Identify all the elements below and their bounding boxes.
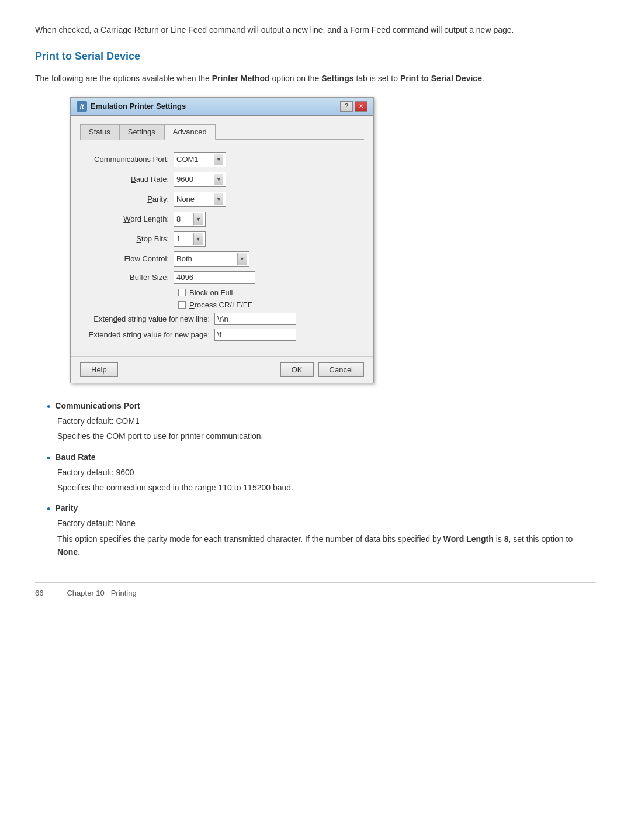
intro-paragraph: When checked, a Carriage Return or Line … xyxy=(35,23,596,36)
section-intro-text2: option on the xyxy=(270,74,322,83)
dialog-help-button[interactable]: ? xyxy=(340,101,353,112)
ext-newpage-input[interactable]: \f xyxy=(214,329,296,341)
comm-port-row: Communications Port: COM1 ▼ xyxy=(80,152,364,167)
bullet-dot-parity: • xyxy=(47,504,50,514)
ext-newline-value: \r\n xyxy=(217,314,228,323)
parity-row: Parity: None ▼ xyxy=(80,192,364,207)
bullet-parity-body: Factory default: None This option specif… xyxy=(47,517,596,558)
stop-bits-dropdown-arrow[interactable]: ▼ xyxy=(193,233,203,245)
dialog-content: Status Settings Advanced Communications … xyxy=(71,116,373,356)
cancel-button[interactable]: Cancel xyxy=(318,362,364,377)
page-number: 66 xyxy=(35,589,43,597)
ok-label-rest: K xyxy=(297,365,303,374)
section-title: Print to Serial Device xyxy=(35,50,596,63)
emulation-printer-dialog: it Emulation Printer Settings ? ✕ Status… xyxy=(70,97,374,383)
comm-port-label: Communications Port: xyxy=(80,155,174,164)
ok-underline: O xyxy=(292,365,297,374)
bullet-baud-rate-header: • Baud Rate xyxy=(47,452,596,464)
tab-settings[interactable]: Settings xyxy=(119,124,164,140)
page-footer: 66 Chapter 10 Printing xyxy=(35,582,596,597)
parity-line2-p1: This option specifies the parity mode fo… xyxy=(57,534,443,544)
section-intro: The following are the options available … xyxy=(35,72,596,85)
word-length-dropdown-arrow[interactable]: ▼ xyxy=(193,213,203,225)
word-length-label: Word Length: xyxy=(80,215,174,223)
titlebar-left: it Emulation Printer Settings xyxy=(77,101,186,112)
bullet-dot-comm-port: • xyxy=(47,402,50,412)
flow-control-select[interactable]: Both ▼ xyxy=(174,251,249,267)
ext-newpage-label: Extended string value for new page: xyxy=(80,330,214,339)
process-cr-checkbox[interactable] xyxy=(178,301,186,309)
bullet-comm-port: • Communications Port Factory default: C… xyxy=(35,401,596,443)
dialog-title: Emulation Printer Settings xyxy=(91,102,186,110)
process-cr-row: Process CR/LF/FF xyxy=(178,300,364,309)
parity-line2-p2: is xyxy=(494,534,504,544)
baud-rate-row: Baud Rate: 9600 ▼ xyxy=(80,172,364,187)
buffer-size-input[interactable]: 4096 xyxy=(174,271,255,284)
baud-rate-dropdown-arrow[interactable]: ▼ xyxy=(214,174,223,185)
parity-line2-p3: , set this option to xyxy=(508,534,573,544)
stop-bits-value: 1 xyxy=(176,234,193,243)
stop-bits-row: Stop Bits: 1 ▼ xyxy=(80,231,364,247)
bullet-parity-line2: This option specifies the parity mode fo… xyxy=(57,533,596,559)
comm-port-value: COM1 xyxy=(176,155,214,164)
ext-newline-label: Extended string value for new line: xyxy=(80,314,214,323)
block-on-full-checkbox[interactable] xyxy=(178,289,186,296)
tab-advanced[interactable]: Advanced xyxy=(164,124,216,140)
word-length-select[interactable]: 8 ▼ xyxy=(174,212,206,227)
dialog-wrapper: it Emulation Printer Settings ? ✕ Status… xyxy=(70,97,374,383)
bullet-comm-port-line1: Factory default: COM1 xyxy=(57,414,596,427)
block-on-full-row: Block on Full xyxy=(178,288,364,297)
comm-port-select[interactable]: COM1 ▼ xyxy=(174,152,226,167)
baud-rate-select[interactable]: 9600 ▼ xyxy=(174,172,226,187)
dialog-tabs: Status Settings Advanced xyxy=(80,123,364,140)
bullet-parity-line1: Factory default: None xyxy=(57,517,596,530)
stop-bits-select[interactable]: 1 ▼ xyxy=(174,231,206,247)
chapter-title: Printing xyxy=(111,589,137,597)
dialog-close-button[interactable]: ✕ xyxy=(355,101,367,112)
app-icon-text: it xyxy=(80,103,84,110)
parity-value: None xyxy=(176,195,214,203)
bullet-comm-port-title: Communications Port xyxy=(55,401,140,410)
buffer-size-value: 4096 xyxy=(176,273,193,282)
bullet-baud-rate-body: Factory default: 9600 Specifies the conn… xyxy=(47,466,596,495)
baud-rate-label: Baud Rate: xyxy=(80,175,174,184)
buffer-size-label: Buffer Size: xyxy=(80,273,174,282)
comm-port-dropdown-arrow[interactable]: ▼ xyxy=(214,154,223,165)
bullet-parity-title: Parity xyxy=(55,503,78,513)
cancel-label: Cancel xyxy=(330,365,353,374)
help-button[interactable]: Help xyxy=(80,362,118,377)
help-label-rest: elp xyxy=(96,365,106,374)
parity-dropdown-arrow[interactable]: ▼ xyxy=(214,193,223,205)
bullet-baud-rate-title: Baud Rate xyxy=(55,452,95,462)
bullet-parity-header: • Parity xyxy=(47,503,596,514)
chapter-info: Chapter 10 Printing xyxy=(67,589,136,597)
ext-newpage-row: Extended string value for new page: \f xyxy=(80,329,364,341)
dialog-window-controls: ? ✕ xyxy=(340,101,367,112)
bullet-parity: • Parity Factory default: None This opti… xyxy=(35,503,596,558)
footer-right-buttons: OK Cancel xyxy=(280,362,364,377)
tab-status[interactable]: Status xyxy=(80,124,119,140)
stop-bits-label: Stop Bits: xyxy=(80,234,174,243)
dialog-app-icon: it xyxy=(77,101,87,112)
bullet-comm-port-body: Factory default: COM1 Specifies the COM … xyxy=(47,414,596,443)
baud-rate-value: 9600 xyxy=(176,175,214,184)
bullet-comm-port-header: • Communications Port xyxy=(47,401,596,412)
bullet-baud-rate-line1: Factory default: 9600 xyxy=(57,466,596,479)
print-serial-bold: Print to Serial Device xyxy=(400,74,482,83)
section-intro-text1: The following are the options available … xyxy=(35,74,212,83)
section-intro-text4: . xyxy=(482,74,484,83)
word-length-value: 8 xyxy=(176,215,193,223)
ok-button[interactable]: OK xyxy=(280,362,314,377)
help-underline: H xyxy=(91,365,96,374)
documentation-section: • Communications Port Factory default: C… xyxy=(35,401,596,559)
flow-control-dropdown-arrow[interactable]: ▼ xyxy=(237,253,247,265)
parity-select[interactable]: None ▼ xyxy=(174,192,226,207)
flow-control-label: Flow Control: xyxy=(80,254,174,263)
parity-line2-p4: . xyxy=(78,547,80,556)
flow-control-row: Flow Control: Both ▼ xyxy=(80,251,364,267)
settings-bold: Settings xyxy=(321,74,353,83)
block-on-full-label: Block on Full xyxy=(189,288,233,297)
ext-newline-row: Extended string value for new line: \r\n xyxy=(80,313,364,325)
ext-newline-input[interactable]: \r\n xyxy=(214,313,296,325)
word-length-row: Word Length: 8 ▼ xyxy=(80,212,364,227)
